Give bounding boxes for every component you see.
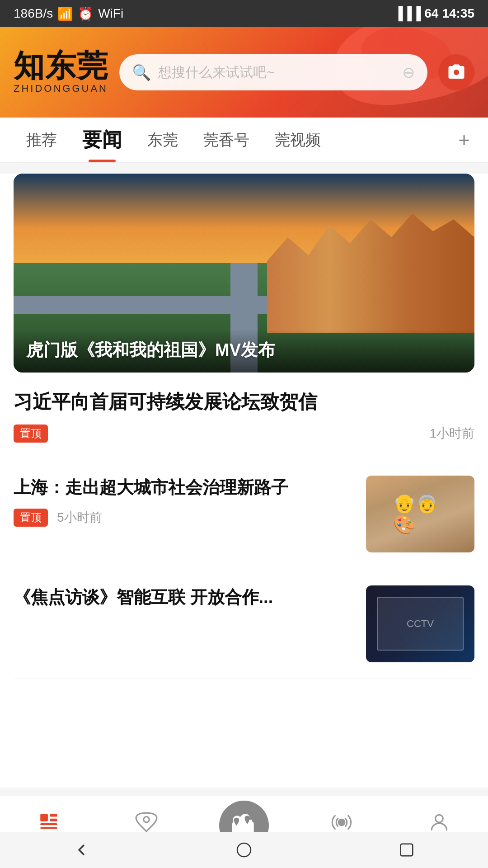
- svg-rect-4: [40, 827, 57, 829]
- tab-msp[interactable]: 莞视频: [262, 118, 333, 162]
- wifi-icon: WiFi: [98, 6, 123, 21]
- recent-button[interactable]: [395, 839, 418, 861]
- svg-point-6: [338, 819, 346, 826]
- hero-title: 虎门版《我和我的祖国》MV发布: [26, 339, 462, 362]
- news-item[interactable]: 《焦点访谈》智能互联 开放合作... CCTV: [14, 569, 474, 679]
- discover-nav-icon: [134, 810, 159, 835]
- svg-point-7: [436, 815, 443, 822]
- network-speed: 186B/s: [14, 6, 53, 21]
- time-display: 14:35: [442, 6, 474, 21]
- news-thumbnail: CCTV: [366, 585, 474, 662]
- news-meta: 置顶 5小时前: [14, 509, 355, 527]
- back-button[interactable]: [70, 839, 93, 861]
- camera-icon: [447, 63, 466, 82]
- news-list: 习近平向首届可持续发展论坛致贺信 置顶 1小时前 上海：走出超大城市社会治理新路…: [0, 373, 488, 679]
- android-nav-bar: [0, 832, 488, 868]
- news-headline: 上海：走出超大城市社会治理新路子: [14, 476, 355, 500]
- logo-pinyin: ZHIDONGGUAN: [14, 83, 108, 94]
- tab-dongguan[interactable]: 东莞: [135, 118, 191, 162]
- tab-yaow[interactable]: 要闻: [70, 118, 135, 162]
- news-text: 《焦点访谈》智能互联 开放合作...: [14, 585, 355, 618]
- home-button[interactable]: [233, 839, 255, 861]
- tab-tuijian[interactable]: 推荐: [14, 118, 70, 162]
- status-left: 186B/s 📶 ⏰ WiFi: [14, 6, 123, 21]
- svg-rect-1: [50, 814, 57, 816]
- pin-badge: 置顶: [14, 425, 48, 443]
- battery-level: 64: [424, 6, 438, 21]
- news-headline: 《焦点访谈》智能互联 开放合作...: [14, 585, 355, 609]
- news-headline: 习近平向首届可持续发展论坛致贺信: [14, 389, 474, 415]
- sim-icon: 📶: [57, 6, 73, 21]
- tab-mxh[interactable]: 莞香号: [191, 118, 262, 162]
- status-bar: 186B/s 📶 ⏰ WiFi ▐▐▐ 64 14:35: [0, 0, 488, 27]
- news-meta: 置顶 1小时前: [14, 425, 474, 443]
- tab-add-button[interactable]: +: [454, 129, 474, 151]
- news-text: 上海：走出超大城市社会治理新路子 置顶 5小时前: [14, 476, 355, 527]
- tab-bar: 推荐 要闻 东莞 莞香号 莞视频 +: [0, 118, 488, 163]
- svg-rect-3: [40, 823, 57, 825]
- status-right: ▐▐▐ 64 14:35: [394, 6, 474, 21]
- svg-rect-9: [401, 844, 413, 856]
- main-content: 虎门版《我和我的祖国》MV发布 习近平向首届可持续发展论坛致贺信 置顶 1小时前…: [0, 174, 488, 788]
- profile-nav-icon: [427, 810, 452, 835]
- hero-image: 虎门版《我和我的祖国》MV发布: [14, 174, 474, 373]
- pin-badge: 置顶: [14, 509, 48, 527]
- svg-point-5: [144, 817, 150, 823]
- news-item[interactable]: 上海：走出超大城市社会治理新路子 置顶 5小时前: [14, 459, 474, 569]
- search-bar[interactable]: 🔍 想搜什么来试试吧~ ⊖: [119, 54, 427, 90]
- camera-button[interactable]: [438, 54, 474, 90]
- news-thumbnail: [366, 476, 474, 552]
- signal-icon: ▐▐▐: [394, 6, 421, 21]
- svg-rect-0: [40, 814, 48, 821]
- search-icon: 🔍: [132, 63, 151, 81]
- svg-point-8: [237, 843, 251, 857]
- logo-text: 知东莞: [14, 50, 108, 81]
- svg-rect-2: [50, 819, 57, 821]
- live-nav-icon: [329, 810, 354, 835]
- news-time: 1小时前: [429, 425, 474, 442]
- search-placeholder: 想搜什么来试试吧~: [158, 63, 395, 82]
- hero-article-card[interactable]: 虎门版《我和我的祖国》MV发布: [14, 174, 474, 373]
- news-item[interactable]: 习近平向首届可持续发展论坛致贺信 置顶 1小时前: [14, 373, 474, 459]
- logo[interactable]: 知东莞 ZHIDONGGUAN: [14, 50, 108, 94]
- news-nav-icon: [36, 810, 61, 835]
- search-clear-icon: ⊖: [402, 63, 415, 81]
- header: 知东莞 ZHIDONGGUAN 🔍 想搜什么来试试吧~ ⊖: [0, 27, 488, 118]
- alarm-icon: ⏰: [78, 6, 94, 21]
- news-time: 5小时前: [57, 509, 102, 526]
